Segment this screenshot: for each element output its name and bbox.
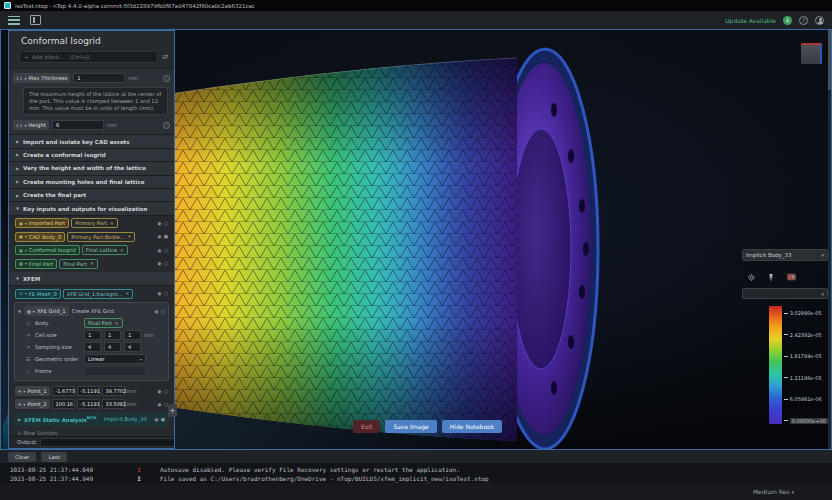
grid-order-row: ☰ Geometric order Linear ▾ (18, 353, 165, 365)
eye-off-icon[interactable]: ○ (164, 221, 168, 226)
xfem-static-analysis-row[interactable]: ▶ XFEM Static AnalysisBETA Implicit Body… (14, 413, 169, 425)
conformal-isogrid-badge[interactable]: ▩ ▾ Conformal Isogrid (15, 245, 80, 255)
point1-badge[interactable]: ✛ ▾ Point_1 (15, 386, 50, 396)
eye-off-icon[interactable]: ○ (164, 248, 168, 253)
log-message: File saved as C:/Users/bradrothenberg/On… (160, 474, 832, 483)
analysis-output-value[interactable]: Implicit Body_33 (104, 416, 147, 422)
final-part-badge[interactable]: ▩ ▾ Final Part (15, 259, 57, 269)
sampling-z-field[interactable]: 4 (124, 342, 141, 352)
visibility-dot-icon[interactable]: ● (161, 417, 165, 422)
viewport-scrollbar[interactable] (828, 30, 831, 449)
gear-icon[interactable] (748, 274, 755, 281)
add-block-input[interactable] (19, 51, 158, 63)
ntop-window: isoTest.ntop - nTop 4.4.0-alpha commit-5… (0, 0, 832, 500)
eye-icon[interactable]: ◉ (154, 417, 158, 422)
point2-z[interactable]: 33.5082 (102, 399, 125, 409)
point1-x[interactable]: -1.6773 (52, 386, 75, 396)
eye-off-icon[interactable]: ○ (164, 261, 168, 266)
geometric-order-select[interactable]: Linear ▾ (84, 354, 146, 364)
eye-icon[interactable]: ◉ (157, 389, 161, 394)
eye-icon[interactable]: ◉ (157, 248, 161, 253)
visibility-dot-icon[interactable]: ● (164, 234, 168, 239)
save-image-button[interactable]: Save Image (385, 420, 436, 433)
point2-y[interactable]: -5.1191 (77, 399, 100, 409)
pin-icon[interactable] (767, 273, 775, 281)
legend-tick: 6.05981e-06 (784, 396, 828, 402)
exit-button[interactable]: Exit (353, 420, 380, 433)
info-icon[interactable]: i (163, 75, 170, 82)
remove-icon[interactable]: ✕ (126, 291, 130, 296)
point1-y[interactable]: -5.1191 (77, 386, 100, 396)
point2-x[interactable]: 100.16 (52, 399, 75, 409)
colormap-icon[interactable] (787, 273, 796, 281)
section-create-isogrid[interactable]: ▶ Create a conformal isogrid (9, 149, 174, 162)
remove-icon[interactable]: ✕ (120, 248, 124, 253)
eye-off-icon[interactable]: ○ (164, 389, 168, 394)
remove-icon[interactable]: ✕ (128, 234, 132, 239)
frame-field[interactable] (84, 366, 146, 376)
eye-off-icon[interactable]: ○ (164, 291, 168, 296)
output-field[interactable] (40, 438, 175, 447)
cad-body-badge[interactable]: ▣ ▾ CAD Body_0 (15, 232, 65, 242)
remove-icon[interactable]: ✕ (110, 221, 114, 226)
cell-y-field[interactable]: 1 (104, 330, 121, 340)
help-icon[interactable]: ? (799, 16, 808, 25)
cad-body-value[interactable]: Primary Part:Bodie... ✕ (67, 232, 135, 242)
add-block-plus-button[interactable]: + (168, 404, 177, 417)
xfe-grid-header[interactable]: ▼ ▦ ▾ XFE Grid_1 Create XFE Grid ◉ ○ (18, 305, 165, 317)
sampling-y-field[interactable]: 4 (104, 342, 121, 352)
fe-mesh-value[interactable]: XFE Grid_1:backgro... ✕ (63, 289, 133, 299)
update-available-label[interactable]: Update Available (725, 17, 776, 24)
section-key-io[interactable]: ▼ Key inputs and outputs for visualizati… (9, 202, 174, 215)
notebook-panel-icon[interactable] (30, 15, 41, 25)
info-icon[interactable]: i (163, 122, 170, 129)
max-thickness-field[interactable]: 1 (73, 73, 125, 83)
grid-body-value[interactable]: Final Part ✕ (84, 318, 123, 328)
expanded-arrow-icon: ▼ (16, 206, 19, 211)
clear-log-button[interactable]: Clear (8, 452, 36, 462)
section-import-cad[interactable]: ▶ Import and isolate key CAD assets (9, 135, 174, 148)
remove-icon[interactable]: ✕ (115, 321, 119, 326)
eye-icon[interactable]: ◉ (154, 309, 158, 314)
eye-icon[interactable]: ◉ (157, 291, 161, 296)
eye-icon[interactable]: ◉ (157, 234, 161, 239)
imported-part-value[interactable]: Primary Part ✕ (71, 218, 118, 228)
max-thickness-badge[interactable]: 1.1 ▾ Max Thickness (13, 73, 70, 83)
eye-icon[interactable]: ◉ (157, 402, 161, 407)
eye-icon[interactable]: ◉ (157, 221, 161, 226)
view-cube[interactable] (801, 43, 822, 64)
section-final-part[interactable]: ▶ Create the final part (9, 189, 174, 202)
last-log-button[interactable]: Last (41, 452, 66, 462)
xfe-grid-badge[interactable]: ▦ ▾ XFE Grid_1 (24, 306, 69, 316)
section-vary-lattice[interactable]: ▶ Vary the height and width of the latti… (9, 162, 174, 175)
section-xfem[interactable]: ▼ XFEM (9, 272, 174, 285)
height-badge[interactable]: 1.1 ▾ Height (13, 120, 49, 130)
eye-icon[interactable]: ◉ (157, 261, 161, 266)
remove-icon[interactable]: ✕ (90, 261, 94, 266)
height-field[interactable]: 6 (52, 120, 104, 130)
hide-notebook-button[interactable]: Hide Notebook (442, 420, 502, 433)
resolution-selector[interactable]: Medium Res ▾ (753, 488, 794, 495)
legend-body-selector[interactable]: Implicit Body_33 ▾ (742, 249, 828, 261)
download-update-icon[interactable]: ↓ (783, 16, 792, 25)
conformal-isogrid-value[interactable]: Final Lattice ✕ (82, 245, 128, 255)
cell-x-field[interactable]: 1 (84, 330, 101, 340)
cell-z-field[interactable]: 1 (124, 330, 141, 340)
eye-off-icon[interactable]: ○ (161, 309, 165, 314)
account-icon[interactable] (815, 16, 824, 25)
point2-badge[interactable]: ✛ ▾ Point_2 (15, 399, 50, 409)
collapsed-arrow-icon: ▶ (18, 417, 21, 422)
final-part-value[interactable]: Final Part ✕ (59, 259, 98, 269)
log-rows[interactable]: 2023-08-25 21:37:44.040 I Autosave disab… (0, 463, 832, 483)
sampling-x-field[interactable]: 4 (84, 342, 101, 352)
legend-tick: 2.42392e-05 (784, 332, 828, 338)
log-bottom-bar: Medium Res ▾ (0, 483, 832, 500)
section-mounting-holes[interactable]: ▶ Create mounting holes and final lattic… (9, 176, 174, 189)
menu-icon[interactable] (8, 16, 20, 25)
point1-z[interactable]: 39.7702 (102, 386, 125, 396)
imported-part-badge[interactable]: ▣ ▾ Imported Part (15, 218, 69, 228)
fe-mesh-badge[interactable]: fx ▾ FE Mesh_0 (15, 289, 61, 299)
swap-icon[interactable]: ⇄ (162, 53, 168, 61)
legend-toolbar (742, 267, 828, 288)
legend-field-selector[interactable]: ▾ (742, 288, 828, 299)
